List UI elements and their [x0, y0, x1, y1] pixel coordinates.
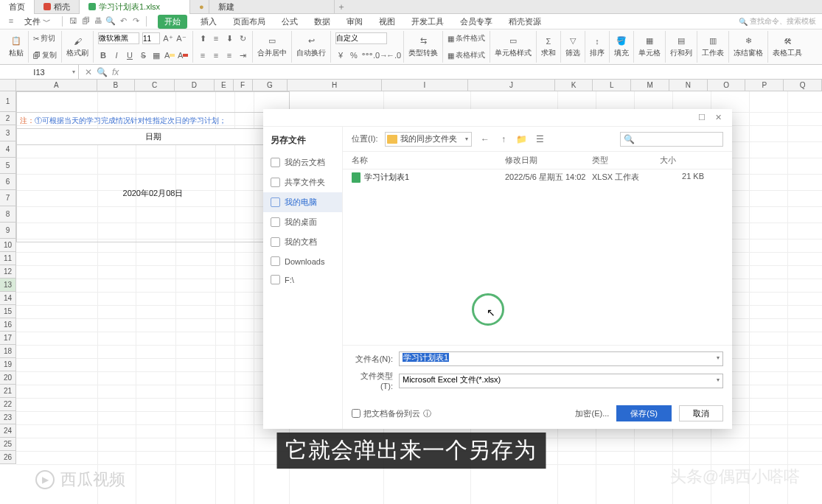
copy-button[interactable]: 🗐 复制	[33, 50, 57, 60]
name-box[interactable]: I13▾	[0, 65, 79, 80]
ribbon-tab-vip[interactable]: 会员专享	[457, 15, 495, 29]
currency-icon[interactable]: ¥	[335, 50, 346, 60]
ribbon-tab-data[interactable]: 数据	[311, 15, 333, 29]
ribbon-tab-review[interactable]: 审阅	[344, 15, 366, 29]
increase-font-icon[interactable]: A⁺	[163, 33, 173, 43]
merge-button[interactable]: ▭合并居中	[257, 31, 287, 63]
row-header-1[interactable]: 1	[0, 91, 15, 112]
bold-button[interactable]: B	[98, 50, 108, 60]
strike-button[interactable]: S̶	[138, 50, 148, 60]
font-color-button[interactable]: A	[178, 50, 188, 60]
file-list-header[interactable]: 名称 修改日期 类型 大小	[343, 152, 732, 169]
tab-home[interactable]: 首页	[0, 0, 35, 14]
row-header-2[interactable]: 2	[0, 112, 15, 125]
col-header-N[interactable]: N	[669, 80, 708, 91]
col-header-I[interactable]: I	[382, 80, 468, 91]
tools-button[interactable]: 🛠表格工具	[773, 31, 802, 63]
row-header-14[interactable]: 14	[0, 292, 15, 305]
command-search[interactable]: 🔍 查找命令、搜索模板	[739, 16, 816, 27]
tab-daoke[interactable]: 稻壳	[35, 0, 80, 14]
up-icon[interactable]: ↑	[498, 134, 509, 144]
row-header-10[interactable]: 10	[0, 239, 15, 252]
side-docs[interactable]: 我的文档	[263, 232, 342, 252]
print-icon[interactable]: 🖶	[93, 16, 103, 27]
row-header-3[interactable]: 3	[0, 125, 15, 141]
row-header-5[interactable]: 5	[0, 158, 15, 174]
side-downloads[interactable]: Downloads	[263, 252, 342, 270]
save-icon[interactable]: 🖫	[68, 16, 78, 27]
wrap-button[interactable]: ↩自动换行	[296, 31, 326, 63]
ribbon-tab-layout[interactable]: 页面布局	[230, 15, 268, 29]
filetype-select[interactable]: Microsoft Excel 文件(*.xlsx)▾	[399, 374, 723, 388]
location-select[interactable]: 我的同步文件夹▾	[385, 132, 472, 147]
row-headers[interactable]: 1234567891011121314151617181920212223242…	[0, 91, 16, 464]
fx-icon[interactable]: fx	[112, 67, 119, 77]
row-header-6[interactable]: 6	[0, 174, 15, 190]
checkbox-icon[interactable]	[352, 409, 361, 418]
align-mid-icon[interactable]: ≡	[211, 33, 221, 43]
row-header-24[interactable]: 24	[0, 424, 15, 438]
col-header-M[interactable]: M	[631, 80, 669, 91]
format-painter-button[interactable]: 🖌格式刷	[66, 31, 88, 63]
sum-button[interactable]: Σ求和	[541, 31, 556, 63]
file-menu[interactable]: 文件 ﹀	[18, 15, 57, 28]
indent-icon[interactable]: ⇥	[237, 50, 248, 60]
row-header-13[interactable]: 13	[0, 279, 15, 292]
save-as-icon[interactable]: 🗐	[80, 16, 91, 27]
side-computer[interactable]: 我的电脑	[263, 192, 342, 212]
filename-input[interactable]: 学习计划表1▾	[399, 351, 723, 366]
cancel-fx-icon[interactable]: ✕	[85, 67, 92, 77]
menu-icon[interactable]: ≡	[6, 16, 16, 27]
fill-color-button[interactable]: A	[164, 50, 175, 60]
underline-button[interactable]: U	[125, 50, 135, 60]
tab-new[interactable]: 新建	[209, 0, 335, 14]
fill-button[interactable]: 🪣填充	[614, 31, 629, 63]
select-all-corner[interactable]	[0, 80, 16, 91]
row-header-9[interactable]: 9	[0, 223, 15, 239]
ribbon-tab-resource[interactable]: 稻壳资源	[506, 15, 544, 29]
row-header-4[interactable]: 4	[0, 141, 15, 158]
row-header-12[interactable]: 12	[0, 265, 15, 279]
align-top-icon[interactable]: ⬆	[198, 33, 208, 43]
row-header-11[interactable]: 11	[0, 252, 15, 265]
col-header-C[interactable]: C	[135, 80, 175, 91]
freeze-button[interactable]: ❄冻结窗格	[734, 31, 763, 63]
ribbon-tab-dev[interactable]: 开发工具	[408, 15, 447, 29]
tab-workbook[interactable]: 学习计划表1.xlsx	[80, 0, 190, 14]
ribbon-tab-formula[interactable]: 公式	[279, 15, 301, 29]
cell-format-button[interactable]: ▭单元格样式	[495, 31, 532, 63]
col-size[interactable]: 大小	[660, 155, 704, 166]
paste-button[interactable]: 📋粘贴	[9, 31, 24, 63]
ribbon-tab-view[interactable]: 视图	[376, 15, 398, 29]
cloud-backup-checkbox[interactable]: 把文档备份到云 ⓘ	[352, 408, 431, 419]
font-name-select[interactable]	[98, 32, 139, 44]
dec-dec-icon[interactable]: ←.0	[389, 50, 399, 60]
filter-button[interactable]: ▽筛选	[565, 31, 580, 63]
orientation-icon[interactable]: ↻	[237, 33, 248, 43]
cut-button[interactable]: ✂ 剪切	[33, 33, 55, 43]
side-share[interactable]: 共享文件夹	[263, 172, 342, 192]
col-header-K[interactable]: K	[555, 80, 593, 91]
ribbon-tab-insert[interactable]: 插入	[198, 15, 220, 29]
number-format-select[interactable]	[335, 32, 387, 44]
col-name[interactable]: 名称	[352, 155, 505, 166]
view-icon[interactable]: ☰	[534, 134, 546, 144]
dialog-titlebar[interactable]: ☐ ✕	[263, 109, 732, 127]
save-button[interactable]: 保存(S)	[616, 405, 672, 421]
col-header-A[interactable]: A	[16, 80, 97, 91]
back-icon[interactable]: ←	[479, 134, 490, 144]
row-header-26[interactable]: 26	[0, 451, 15, 464]
col-header-G[interactable]: G	[253, 80, 288, 91]
align-left-icon[interactable]: ≡	[198, 50, 208, 60]
col-header-H[interactable]: H	[288, 80, 381, 91]
row-header-15[interactable]: 15	[0, 305, 15, 318]
encrypt-link[interactable]: 加密(E)...	[575, 408, 609, 419]
dec-inc-icon[interactable]: .0→	[375, 50, 386, 60]
row-header-17[interactable]: 17	[0, 332, 15, 345]
col-type[interactable]: 类型	[592, 155, 660, 166]
close-icon[interactable]: ✕	[710, 113, 726, 122]
italic-button[interactable]: I	[111, 50, 122, 60]
align-center-icon[interactable]: ≡	[211, 50, 221, 60]
cell-style-button[interactable]: ▦ 表格样式	[447, 50, 485, 60]
comma-icon[interactable]: ᵒᵒᵒ	[362, 50, 372, 60]
